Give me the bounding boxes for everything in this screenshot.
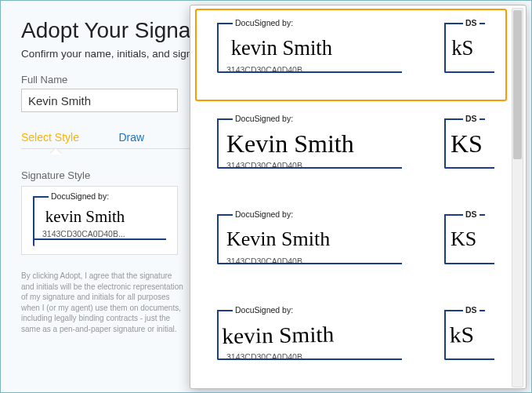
initials-text: kS [441,309,499,352]
initials-text: KS [443,118,498,161]
tab-select-style[interactable]: Select Style [21,126,79,148]
tab-caret-icon [49,148,62,155]
signature-text: kevin Smith [219,23,413,65]
signature-frame-line [217,214,219,264]
signature-hash: 3143CD30CA0D40B... [214,161,418,170]
signature-frame-line [33,238,166,240]
signature-text: kevin Smith [34,196,168,229]
initials-frame-line [444,263,494,264]
initials-frame-line [444,214,446,264]
signature-text: Kevin Smith [214,214,418,257]
signature-style-list: DocuSigned by:kevin Smith3143CD30CA0D40B… [190,5,512,388]
signature-frame-line [217,358,402,360]
signature-hash: 3143CD30CA0D40B... [214,65,418,75]
initials-frame-line [444,118,446,169]
signature-hash: 3143CD30CA0D40B... [214,257,418,266]
signature-frame-line [217,71,402,73]
signature-frame-line [217,167,402,169]
full-name-input[interactable] [21,89,178,112]
tab-draw[interactable]: Draw [118,126,144,148]
scrollbar-thumb[interactable] [513,10,522,159]
ds-label: DS [463,209,480,219]
scrollbar[interactable] [512,8,523,388]
docusigned-by-label: DocuSigned by: [233,209,295,219]
initials-text: KS [443,214,498,257]
initials-frame-line [444,167,494,169]
signature-style-option[interactable]: DocuSigned by:kevin Smith3143CD30CA0D40B… [195,9,507,101]
signature-style-option[interactable]: DocuSigned by:kevin Smith3143CD30CA0D40B… [195,296,507,388]
signature-frame-line [217,263,402,264]
signature-hash: 3143CD30CA0D40B... [214,352,418,362]
ds-label: DS [463,114,480,123]
initials-text: kS [444,23,497,65]
signature-frame-line [217,118,219,169]
signature-preview[interactable]: DocuSigned by: kevin Smith 3143CD30CA0D4… [21,186,178,255]
signature-hash: 3143CD30CA0D40B... [30,229,171,238]
adopt-disclaimer: By clicking Adopt, I agree that the sign… [21,271,186,334]
signature-style-option[interactable]: DocuSigned by:Kevin Smith3143CD30CA0D40B… [195,104,507,197]
signature-text: kevin Smith [208,308,423,355]
initials-frame-line [444,358,494,360]
initials-frame-line [444,71,494,73]
signature-style-popup: DocuSigned by:kevin Smith3143CD30CA0D40B… [190,5,527,389]
signature-text: Kevin Smith [214,118,418,161]
signature-style-option[interactable]: DocuSigned by:Kevin Smith3143CD30CA0D40B… [195,200,507,293]
docusigned-by-label: DocuSigned by: [233,114,295,123]
